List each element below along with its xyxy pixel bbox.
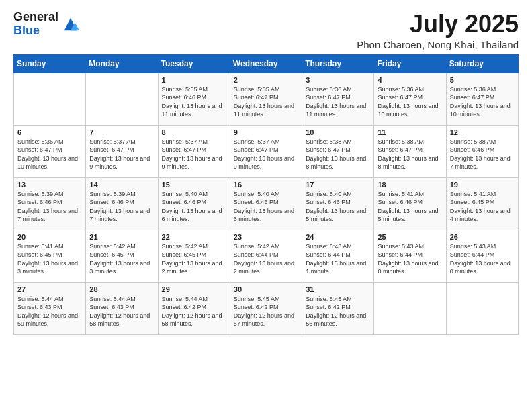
day-number: 9 (234, 128, 298, 136)
day-number: 7 (89, 128, 154, 136)
day-number: 31 (306, 285, 370, 293)
day-cell: 13Sunrise: 5:39 AM Sunset: 6:46 PM Dayli… (14, 177, 86, 230)
day-cell (86, 73, 158, 125)
week-row-1: 1Sunrise: 5:35 AM Sunset: 6:46 PM Daylig… (14, 73, 519, 125)
day-cell: 25Sunrise: 5:43 AM Sunset: 6:44 PM Dayli… (374, 230, 446, 282)
day-detail: Sunrise: 5:38 AM Sunset: 6:46 PM Dayligh… (450, 138, 515, 171)
day-number: 30 (234, 285, 298, 293)
day-detail: Sunrise: 5:44 AM Sunset: 6:42 PM Dayligh… (162, 295, 226, 328)
col-header-tuesday: Tuesday (158, 54, 230, 73)
day-number: 28 (89, 285, 154, 293)
day-cell: 24Sunrise: 5:43 AM Sunset: 6:44 PM Dayli… (302, 230, 374, 282)
day-detail: Sunrise: 5:35 AM Sunset: 6:47 PM Dayligh… (234, 85, 298, 119)
day-number: 15 (162, 181, 226, 189)
day-cell: 17Sunrise: 5:40 AM Sunset: 6:46 PM Dayli… (302, 177, 374, 230)
day-cell: 27Sunrise: 5:44 AM Sunset: 6:43 PM Dayli… (14, 282, 86, 334)
col-header-friday: Friday (374, 54, 446, 73)
day-number: 3 (306, 76, 370, 84)
col-header-saturday: Saturday (446, 54, 518, 73)
day-number: 5 (450, 76, 515, 84)
day-detail: Sunrise: 5:44 AM Sunset: 6:43 PM Dayligh… (89, 295, 154, 328)
day-detail: Sunrise: 5:45 AM Sunset: 6:42 PM Dayligh… (234, 295, 298, 328)
day-number: 21 (89, 233, 154, 241)
day-detail: Sunrise: 5:40 AM Sunset: 6:46 PM Dayligh… (234, 190, 298, 224)
day-cell: 15Sunrise: 5:40 AM Sunset: 6:46 PM Dayli… (158, 177, 230, 230)
week-row-2: 6Sunrise: 5:36 AM Sunset: 6:47 PM Daylig… (14, 125, 519, 177)
day-detail: Sunrise: 5:36 AM Sunset: 6:47 PM Dayligh… (306, 85, 370, 119)
logo-blue: Blue (13, 24, 40, 37)
day-number: 23 (234, 233, 298, 241)
day-cell (374, 282, 446, 334)
day-detail: Sunrise: 5:41 AM Sunset: 6:46 PM Dayligh… (378, 190, 442, 224)
day-number: 4 (378, 76, 442, 84)
day-detail: Sunrise: 5:36 AM Sunset: 6:47 PM Dayligh… (17, 138, 82, 171)
day-detail: Sunrise: 5:36 AM Sunset: 6:47 PM Dayligh… (378, 85, 442, 119)
page: General Blue July 2025 Phon Charoen, Non… (0, 0, 532, 342)
day-cell: 9Sunrise: 5:37 AM Sunset: 6:47 PM Daylig… (230, 125, 302, 177)
week-row-5: 27Sunrise: 5:44 AM Sunset: 6:43 PM Dayli… (14, 282, 519, 334)
day-cell: 18Sunrise: 5:41 AM Sunset: 6:46 PM Dayli… (374, 177, 446, 230)
day-cell: 20Sunrise: 5:41 AM Sunset: 6:45 PM Dayli… (14, 230, 86, 282)
day-detail: Sunrise: 5:37 AM Sunset: 6:47 PM Dayligh… (234, 138, 298, 171)
calendar-table: SundayMondayTuesdayWednesdayThursdayFrid… (13, 54, 519, 335)
day-number: 22 (162, 233, 226, 241)
day-number: 26 (450, 233, 515, 241)
day-number: 6 (17, 128, 82, 136)
day-detail: Sunrise: 5:42 AM Sunset: 6:45 PM Dayligh… (89, 242, 154, 276)
col-header-thursday: Thursday (302, 54, 374, 73)
day-number: 18 (378, 181, 442, 189)
day-detail: Sunrise: 5:40 AM Sunset: 6:46 PM Dayligh… (306, 190, 370, 224)
logo-icon (61, 15, 80, 34)
day-detail: Sunrise: 5:41 AM Sunset: 6:45 PM Dayligh… (17, 242, 82, 276)
col-header-wednesday: Wednesday (230, 54, 302, 73)
day-cell: 26Sunrise: 5:43 AM Sunset: 6:44 PM Dayli… (446, 230, 518, 282)
day-detail: Sunrise: 5:40 AM Sunset: 6:46 PM Dayligh… (162, 190, 226, 224)
week-row-3: 13Sunrise: 5:39 AM Sunset: 6:46 PM Dayli… (14, 177, 519, 230)
day-cell: 3Sunrise: 5:36 AM Sunset: 6:47 PM Daylig… (302, 73, 374, 125)
day-detail: Sunrise: 5:44 AM Sunset: 6:43 PM Dayligh… (17, 295, 82, 328)
logo-text: General Blue (13, 11, 58, 38)
day-number: 24 (306, 233, 370, 241)
day-cell: 21Sunrise: 5:42 AM Sunset: 6:45 PM Dayli… (86, 230, 158, 282)
day-detail: Sunrise: 5:36 AM Sunset: 6:47 PM Dayligh… (450, 85, 515, 119)
logo: General Blue (13, 11, 80, 38)
day-number: 8 (162, 128, 226, 136)
day-number: 14 (89, 181, 154, 189)
day-number: 2 (234, 76, 298, 84)
header: General Blue July 2025 Phon Charoen, Non… (13, 11, 519, 50)
day-cell: 4Sunrise: 5:36 AM Sunset: 6:47 PM Daylig… (374, 73, 446, 125)
day-detail: Sunrise: 5:39 AM Sunset: 6:46 PM Dayligh… (89, 190, 154, 224)
day-cell: 10Sunrise: 5:38 AM Sunset: 6:47 PM Dayli… (302, 125, 374, 177)
day-number: 13 (17, 181, 82, 189)
day-cell: 16Sunrise: 5:40 AM Sunset: 6:46 PM Dayli… (230, 177, 302, 230)
day-number: 17 (306, 181, 370, 189)
day-number: 11 (378, 128, 442, 136)
logo-general: General (13, 10, 58, 24)
week-row-4: 20Sunrise: 5:41 AM Sunset: 6:45 PM Dayli… (14, 230, 519, 282)
day-number: 25 (378, 233, 442, 241)
day-cell: 12Sunrise: 5:38 AM Sunset: 6:46 PM Dayli… (446, 125, 518, 177)
day-cell: 29Sunrise: 5:44 AM Sunset: 6:42 PM Dayli… (158, 282, 230, 334)
day-cell (14, 73, 86, 125)
day-detail: Sunrise: 5:37 AM Sunset: 6:47 PM Dayligh… (89, 138, 154, 171)
day-number: 16 (234, 181, 298, 189)
day-detail: Sunrise: 5:43 AM Sunset: 6:44 PM Dayligh… (306, 242, 370, 276)
day-detail: Sunrise: 5:42 AM Sunset: 6:45 PM Dayligh… (162, 242, 226, 276)
day-cell (446, 282, 518, 334)
day-cell: 28Sunrise: 5:44 AM Sunset: 6:43 PM Dayli… (86, 282, 158, 334)
day-detail: Sunrise: 5:38 AM Sunset: 6:47 PM Dayligh… (306, 138, 370, 171)
day-number: 20 (17, 233, 82, 241)
day-cell: 2Sunrise: 5:35 AM Sunset: 6:47 PM Daylig… (230, 73, 302, 125)
day-detail: Sunrise: 5:45 AM Sunset: 6:42 PM Dayligh… (306, 295, 370, 328)
day-cell: 1Sunrise: 5:35 AM Sunset: 6:46 PM Daylig… (158, 73, 230, 125)
day-number: 19 (450, 181, 515, 189)
day-number: 27 (17, 285, 82, 293)
day-detail: Sunrise: 5:35 AM Sunset: 6:46 PM Dayligh… (162, 85, 226, 119)
day-number: 29 (162, 285, 226, 293)
day-cell: 5Sunrise: 5:36 AM Sunset: 6:47 PM Daylig… (446, 73, 518, 125)
day-number: 1 (162, 76, 226, 84)
day-cell: 6Sunrise: 5:36 AM Sunset: 6:47 PM Daylig… (14, 125, 86, 177)
day-detail: Sunrise: 5:42 AM Sunset: 6:44 PM Dayligh… (234, 242, 298, 276)
title-block: July 2025 Phon Charoen, Nong Khai, Thail… (357, 11, 519, 50)
day-detail: Sunrise: 5:38 AM Sunset: 6:47 PM Dayligh… (378, 138, 442, 171)
